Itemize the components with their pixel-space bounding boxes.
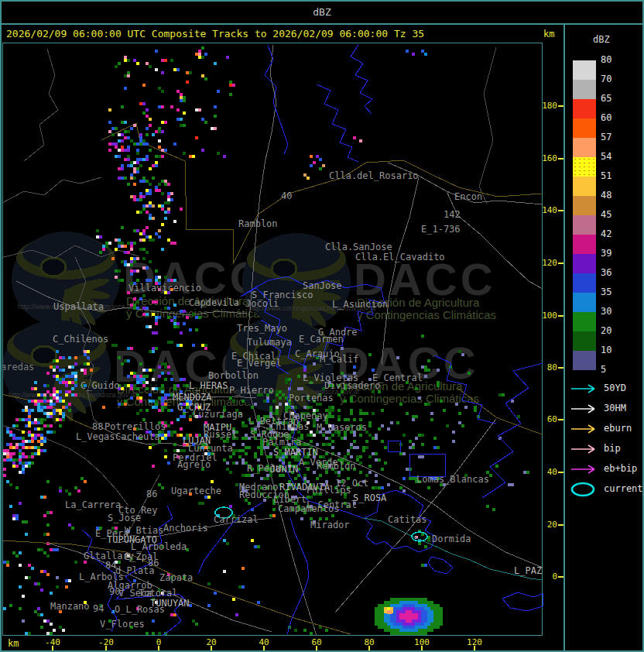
blue-boundary-line xyxy=(502,592,543,611)
y-axis-tick xyxy=(558,524,564,526)
legend-label: 50YD xyxy=(604,383,626,393)
map-place-label: S_Jose xyxy=(108,513,141,523)
track-arrow-icon xyxy=(570,441,601,457)
y-axis-tick xyxy=(558,367,564,369)
colorbar-label: 10 xyxy=(601,345,611,355)
map-place-label: Uspallata xyxy=(53,301,104,312)
legend-label: current xyxy=(604,483,643,494)
map-place-label: S_MARTIN xyxy=(273,447,318,458)
map-place-label: O_L_Rosas xyxy=(115,604,165,615)
map-place-label: Porteñas xyxy=(289,393,334,403)
blue-boundary-line xyxy=(388,441,400,451)
map-place-label: Manzano xyxy=(50,601,90,612)
map-place-label: Tulumaya xyxy=(247,337,292,348)
blue-boundary-line xyxy=(317,84,358,162)
colorbar-label: 45 xyxy=(601,209,611,220)
map-place-label: Cacheuta xyxy=(115,431,160,442)
legend-item-30HM: 30HM xyxy=(570,401,644,417)
y-axis-tick xyxy=(558,576,564,578)
dgray-boundary-line xyxy=(479,47,496,204)
legend-item-50YD: 50YD xyxy=(570,381,644,396)
x-axis-tick xyxy=(158,646,159,650)
x-axis-tick xyxy=(105,646,107,650)
y-axis-tick xyxy=(558,158,564,160)
legend-item-current: current xyxy=(570,482,644,497)
y-axis-tick-label: 100 xyxy=(540,311,557,321)
y-axis-tick xyxy=(558,315,564,317)
watermark-subtitle-2: y Contingencias Climáticas xyxy=(340,392,479,405)
x-axis-tick xyxy=(421,646,423,650)
map-place-label: E_1-736 xyxy=(421,224,461,235)
legend-label: eburn xyxy=(604,423,632,434)
map-place-label: Dormida xyxy=(432,534,471,544)
y-axis-tick-label: 80 xyxy=(540,362,557,372)
colorbar-block xyxy=(573,157,596,177)
title-bar: dBZ xyxy=(0,0,644,25)
map-place-label: La_Carrera xyxy=(65,499,121,510)
map-place-label: Jocoli xyxy=(245,298,279,309)
map-place-label: Catitas xyxy=(388,514,427,525)
map-place-label: Palmira xyxy=(262,437,302,448)
right-panel-divider xyxy=(564,23,565,650)
colorbar-label: 20 xyxy=(601,325,611,336)
y-axis-tick xyxy=(558,472,564,473)
map-place-label: 142 xyxy=(444,209,461,220)
map-place-label: E_Carmen xyxy=(299,334,344,345)
colorbar-label: 42 xyxy=(601,228,611,239)
y-axis-tick-label: 180 xyxy=(540,101,557,111)
window-title: dBZ xyxy=(313,6,331,18)
map-place-label: M_Laseros xyxy=(317,422,367,433)
echo-cluster-nw-band xyxy=(108,112,183,251)
blue-boundary-line xyxy=(351,45,372,114)
colorbar-block xyxy=(573,138,596,157)
blue-boundary-line xyxy=(482,363,543,498)
y-axis-tick-label: 20 xyxy=(540,520,557,530)
track-arrow-icon xyxy=(570,462,601,477)
echo-cluster-nw-scatter xyxy=(108,46,235,158)
colorbar-label: 80 xyxy=(601,54,611,65)
y-axis-tick xyxy=(558,105,564,107)
colorbar-label: 65 xyxy=(601,93,611,104)
current-ellipse-icon xyxy=(570,482,601,497)
x-axis-tick xyxy=(368,646,370,650)
radar-map-canvas[interactable]: DACCDirección de Agriculturay Contingenc… xyxy=(2,43,543,636)
map-place-label: Ramblon xyxy=(238,218,278,229)
map-place-label: Totoral xyxy=(139,588,178,599)
map-place-label: Agrelo xyxy=(177,459,211,470)
y-axis-tick xyxy=(558,210,564,211)
colorbar-label: 48 xyxy=(601,190,611,201)
legend-item-eb+bip: eb+bip xyxy=(570,462,644,477)
legend-item-bip: bip xyxy=(570,441,644,457)
colorbar-label: 35 xyxy=(601,287,611,297)
map-place-label: Borbollon xyxy=(208,370,259,381)
watermark-subtitle-2: y Contingencias Climáticas xyxy=(357,308,496,321)
map-place-label: Anchoris xyxy=(163,523,208,534)
map-place-label: Villavicencio xyxy=(128,283,201,293)
echo-cell-south-storm-cell xyxy=(375,598,443,635)
x-axis-tick xyxy=(263,646,265,650)
y-axis-tick-label: 140 xyxy=(540,205,557,215)
track-arrow-icon xyxy=(570,421,601,437)
colorbar-label: 36 xyxy=(601,267,611,278)
map-place-label: Clla.SanJose xyxy=(325,242,392,252)
x-axis-tick xyxy=(316,646,317,650)
map-place-label: L_PAZ xyxy=(514,565,542,576)
map-place-label: Ugarteche xyxy=(171,486,221,496)
map-place-label: V_Flores xyxy=(100,619,145,630)
map-place-label: C_Chilenos xyxy=(53,334,108,345)
y-axis-tick-label: 0 xyxy=(540,571,557,582)
map-place-label: Luzuriaga xyxy=(193,409,243,420)
map-place-label: L_HERAS xyxy=(189,380,228,391)
map-place-label: L_Arboleda xyxy=(131,541,187,552)
colorbar-block xyxy=(573,118,596,138)
y-axis-unit-label: km xyxy=(543,29,554,39)
x-axis-tick xyxy=(474,646,475,650)
colorbar-label: 60 xyxy=(601,112,611,123)
colorbar-label: 54 xyxy=(601,151,611,162)
map-place-label: Lomas_Blancas xyxy=(416,474,489,485)
map-place-label: L_Vegas xyxy=(76,431,115,442)
map-place-label: Divisadero xyxy=(324,380,380,391)
blue-boundary-line xyxy=(265,45,288,154)
radar-application-window: dBZ 2026/02/09 06:00:00 UTC Composite Tr… xyxy=(0,0,644,652)
colorbar-block xyxy=(573,80,596,99)
